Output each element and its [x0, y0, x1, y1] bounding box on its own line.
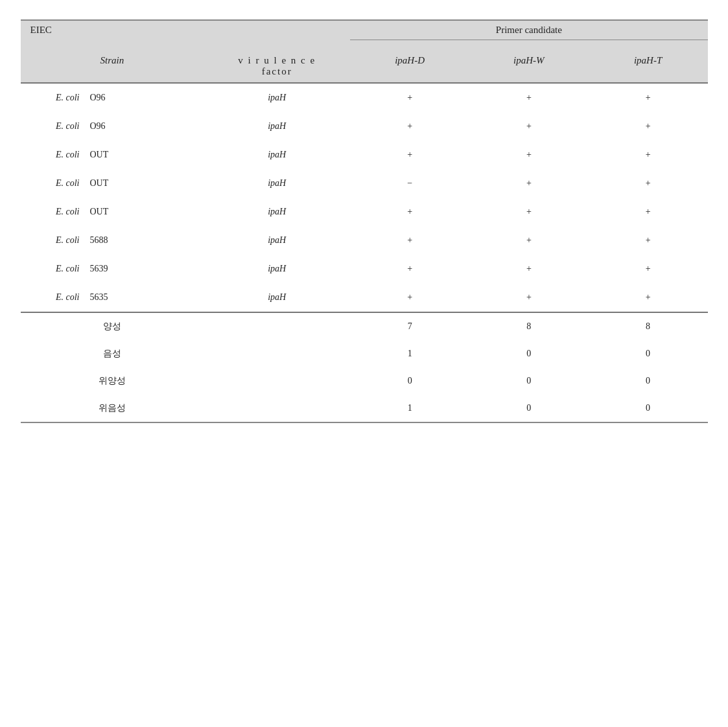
- strain-cell: 5639: [84, 255, 204, 283]
- summary-row: 위음성 1 0 0: [21, 395, 708, 422]
- table-row: E. coli OUT ipaH + + +: [21, 198, 708, 226]
- summary-empty: [204, 340, 350, 367]
- strain-cell: OUT: [84, 141, 204, 169]
- ipahd-cell: −: [350, 169, 469, 198]
- primer-candidate-header: Primer candidate: [350, 20, 707, 40]
- ipaht-cell: +: [589, 112, 708, 141]
- summary-ipaht: 0: [589, 340, 708, 367]
- ipahw-cell: +: [469, 255, 589, 283]
- ipaht-cell: +: [589, 83, 708, 112]
- species-cell: E. coli: [21, 83, 85, 112]
- ipaht-cell: +: [589, 141, 708, 169]
- table-row: E. coli OUT ipaH − + +: [21, 169, 708, 198]
- ipaht-header: ipaH-T: [589, 40, 708, 83]
- summary-empty: [204, 312, 350, 340]
- summary-ipahw: 8: [469, 312, 589, 340]
- virulence-cell: ipaH: [204, 226, 350, 255]
- summary-ipaht: 0: [589, 367, 708, 395]
- virulence-header: v i r u l e n c efactor: [204, 40, 350, 83]
- strain-cell: 5635: [84, 283, 204, 312]
- summary-row: 양성 7 8 8: [21, 312, 708, 340]
- summary-label: 위음성: [21, 395, 204, 422]
- ipahw-cell: +: [469, 169, 589, 198]
- ipaht-cell: +: [589, 283, 708, 312]
- summary-ipaht: 8: [589, 312, 708, 340]
- main-table-wrapper: EIEC Primer candidate Strain v i r u l e…: [21, 19, 708, 423]
- summary-ipahd: 0: [350, 367, 469, 395]
- strain-cell: OUT: [84, 198, 204, 226]
- summary-row: 위양성 0 0 0: [21, 367, 708, 395]
- species-cell: E. coli: [21, 255, 85, 283]
- summary-ipahd: 1: [350, 395, 469, 422]
- table-row: E. coli OUT ipaH + + +: [21, 141, 708, 169]
- table-row: E. coli 5688 ipaH + + +: [21, 226, 708, 255]
- summary-label: 음성: [21, 340, 204, 367]
- ipahw-cell: +: [469, 112, 589, 141]
- ipahw-cell: +: [469, 226, 589, 255]
- summary-row: 음성 1 0 0: [21, 340, 708, 367]
- ipahd-cell: +: [350, 83, 469, 112]
- species-cell: E. coli: [21, 112, 85, 141]
- ipahw-cell: +: [469, 141, 589, 169]
- species-cell: E. coli: [21, 169, 85, 198]
- ipaht-cell: +: [589, 169, 708, 198]
- strain-header: Strain: [21, 40, 204, 83]
- species-cell: E. coli: [21, 198, 85, 226]
- table-row: E. coli O96 ipaH + + +: [21, 83, 708, 112]
- summary-label: 위양성: [21, 367, 204, 395]
- table-row: E. coli 5635 ipaH + + +: [21, 283, 708, 312]
- ipahd-cell: +: [350, 283, 469, 312]
- summary-empty: [204, 367, 350, 395]
- ipahd-cell: +: [350, 198, 469, 226]
- virulence-cell: ipaH: [204, 283, 350, 312]
- strain-cell: OUT: [84, 169, 204, 198]
- virulence-cell: ipaH: [204, 83, 350, 112]
- ipahw-header: ipaH-W: [469, 40, 589, 83]
- ipahd-cell: +: [350, 112, 469, 141]
- eiec-label: EIEC: [21, 20, 204, 40]
- table-row: E. coli O96 ipaH + + +: [21, 112, 708, 141]
- ipahw-cell: +: [469, 198, 589, 226]
- virulence-cell: ipaH: [204, 198, 350, 226]
- summary-empty: [204, 395, 350, 422]
- table-row: E. coli 5639 ipaH + + +: [21, 255, 708, 283]
- virulence-cell: ipaH: [204, 169, 350, 198]
- ipahd-cell: +: [350, 255, 469, 283]
- strain-cell: 5688: [84, 226, 204, 255]
- data-table: EIEC Primer candidate Strain v i r u l e…: [21, 19, 708, 423]
- strain-cell: O96: [84, 83, 204, 112]
- summary-ipahd: 1: [350, 340, 469, 367]
- ipaht-cell: +: [589, 255, 708, 283]
- ipaht-cell: +: [589, 226, 708, 255]
- species-cell: E. coli: [21, 226, 85, 255]
- summary-ipahw: 0: [469, 340, 589, 367]
- ipahw-cell: +: [469, 283, 589, 312]
- summary-ipahw: 0: [469, 367, 589, 395]
- summary-ipaht: 0: [589, 395, 708, 422]
- ipahw-cell: +: [469, 83, 589, 112]
- summary-ipahw: 0: [469, 395, 589, 422]
- eiec-title-text: EIEC: [30, 25, 52, 35]
- virulence-empty: [204, 20, 350, 40]
- species-cell: E. coli: [21, 141, 85, 169]
- species-cell: E. coli: [21, 283, 85, 312]
- ipahd-header: ipaH-D: [350, 40, 469, 83]
- summary-label: 양성: [21, 312, 204, 340]
- ipahd-cell: +: [350, 141, 469, 169]
- virulence-cell: ipaH: [204, 255, 350, 283]
- virulence-cell: ipaH: [204, 112, 350, 141]
- ipahd-cell: +: [350, 226, 469, 255]
- virulence-cell: ipaH: [204, 141, 350, 169]
- ipaht-cell: +: [589, 198, 708, 226]
- strain-cell: O96: [84, 112, 204, 141]
- summary-ipahd: 7: [350, 312, 469, 340]
